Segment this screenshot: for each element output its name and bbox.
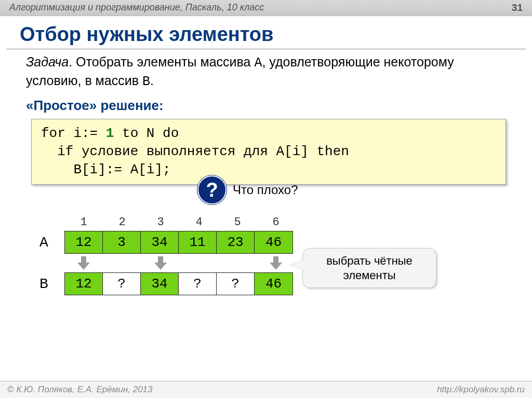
array-b-label: B <box>39 276 64 292</box>
array-a-ref: A <box>254 56 262 71</box>
array-a-cells: 12334112346 <box>64 231 293 254</box>
array-b-cells: 12?34??46 <box>64 272 293 295</box>
array-cell: 46 <box>255 273 292 295</box>
index-label: 6 <box>257 216 295 229</box>
array-cell: 11 <box>179 231 217 253</box>
question-mark-icon: ? <box>197 175 227 204</box>
page-title: Отбор нужных элементов <box>20 23 532 46</box>
index-label: 1 <box>64 216 103 229</box>
question-row: ? Что плохо? <box>197 175 532 204</box>
code-block: for i:= 1 to N do if условие выполняется… <box>31 119 506 185</box>
down-arrow-icon <box>77 256 90 270</box>
array-cell: ? <box>217 273 255 295</box>
array-cell: 23 <box>217 231 255 253</box>
index-label: 2 <box>103 216 141 229</box>
section-subtitle: «Простое» решение: <box>26 98 532 114</box>
array-cell: ? <box>179 273 217 295</box>
callout-box: выбрать чётные элементы <box>302 248 436 288</box>
index-label: 4 <box>180 216 218 229</box>
divider <box>6 49 526 49</box>
array-cell: 12 <box>65 273 103 295</box>
code-line: for i:= 1 to N do <box>41 125 496 143</box>
array-a-label: A <box>39 235 64 251</box>
code-line: if условие выполняется для A[i] then <box>41 143 496 161</box>
copyright: © К.Ю. Поляков, Е.А. Ерёмин, 2013 <box>7 385 153 395</box>
array-b-ref: B <box>142 74 150 89</box>
arrays-diagram: 123456 A 12334112346 B 12?34??46 <box>39 216 532 295</box>
page-number: 31 <box>512 2 523 13</box>
task-text: Задача. Отобрать элементы массива A, удо… <box>26 53 506 90</box>
question-text: Что плохо? <box>233 183 298 197</box>
footer-url: http://kpolyakov.spb.ru <box>437 385 525 395</box>
index-row: 123456 <box>64 216 532 229</box>
breadcrumb: Алгоритмизация и программирование, Паска… <box>9 2 264 13</box>
array-b-row: B 12?34??46 <box>39 272 532 295</box>
footer-bar: © К.Ю. Поляков, Е.А. Ерёмин, 2013 http:/… <box>0 381 532 398</box>
index-label: 3 <box>141 216 180 229</box>
array-cell: 34 <box>141 231 179 253</box>
array-cell: ? <box>103 273 141 295</box>
task-label: Задача <box>26 54 69 69</box>
down-arrow-icon <box>270 256 282 270</box>
index-label: 5 <box>218 216 257 229</box>
array-cell: 34 <box>141 273 179 295</box>
header-bar: Алгоритмизация и программирование, Паска… <box>0 0 532 16</box>
array-cell: 46 <box>255 231 292 253</box>
array-cell: 12 <box>65 231 103 253</box>
array-a-row: A 12334112346 <box>39 231 532 254</box>
down-arrow-icon <box>154 256 167 270</box>
array-cell: 3 <box>103 231 141 253</box>
